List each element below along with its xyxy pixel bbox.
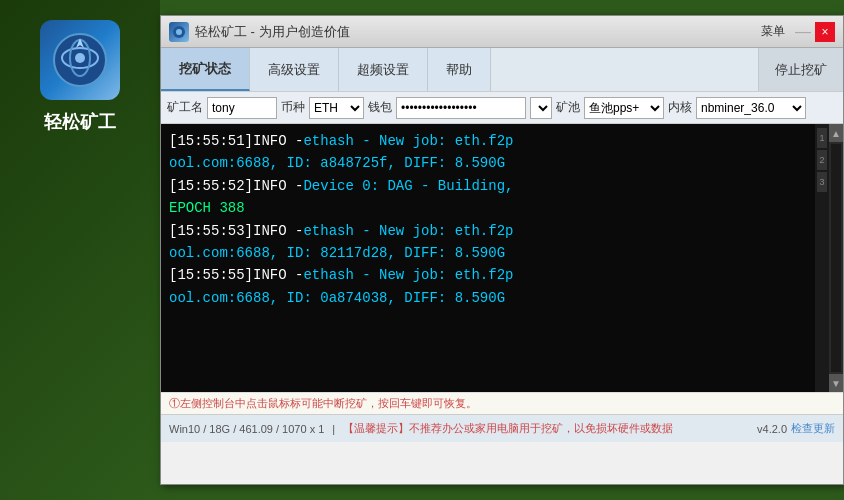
warning-text: 【温馨提示】不推荐办公或家用电脑用于挖矿，以免损坏硬件或数据	[343, 421, 673, 436]
core-label: 内核	[668, 99, 692, 116]
log-line-1: [15:55:51] INFO - ethash - New job: eth.…	[169, 130, 793, 152]
scrollbar-up-button[interactable]: ▲	[829, 124, 843, 142]
core-select[interactable]: nbminer_36.0 nbminer_39.0 lolminer	[696, 97, 806, 119]
super-settings-button[interactable]: 超频设置	[339, 48, 428, 91]
svg-point-6	[176, 29, 182, 35]
main-window: 轻松矿工 - 为用户创造价值 菜单 — × 挖矿状态 高级设置 超频设置 帮助 …	[160, 15, 844, 485]
system-info: Win10 / 18G / 461.09 / 1070 x 1	[169, 423, 324, 435]
menu-button[interactable]: 菜单	[755, 21, 791, 42]
app-icon-panel: 轻松矿工	[0, 0, 160, 500]
window-title: 轻松矿工 - 为用户创造价值	[195, 23, 755, 41]
scrollbar-track	[831, 144, 841, 372]
app-icon-label: 轻松矿工	[44, 110, 116, 134]
close-button[interactable]: ×	[815, 22, 835, 42]
version-label: v4.2.0	[757, 423, 787, 435]
title-controls: 菜单 — ×	[755, 21, 835, 42]
title-separator: —	[795, 23, 811, 41]
svg-point-3	[75, 53, 85, 63]
wallet-input[interactable]	[396, 97, 526, 119]
console-side-panel: 1 2 3	[815, 124, 829, 392]
pool-select[interactable]: 鱼池pps+ 鱼池pplns E池	[584, 97, 664, 119]
side-indicator-3: 3	[817, 172, 827, 192]
log-line-4: [15:55:55] INFO - ethash - New job: eth.…	[169, 264, 793, 286]
mining-status-button[interactable]: 挖矿状态	[161, 48, 250, 91]
log-line-4b: ool.com:6688, ID: 0a874038, DIFF: 8.590G	[169, 287, 793, 309]
console-hint: ①左侧控制台中点击鼠标标可能中断挖矿，按回车键即可恢复。	[169, 396, 477, 411]
advanced-settings-button[interactable]: 高级设置	[250, 48, 339, 91]
app-icon	[40, 20, 120, 100]
status-separator: |	[332, 423, 335, 435]
miner-label: 矿工名	[167, 99, 203, 116]
log-line-2: [15:55:52] INFO - Device 0: DAG - Buildi…	[169, 175, 793, 197]
side-indicator-2: 2	[817, 150, 827, 170]
miner-name-input[interactable]	[207, 97, 277, 119]
status-bar: Win10 / 18G / 461.09 / 1070 x 1 | 【温馨提示】…	[161, 414, 843, 442]
title-bar-icon	[169, 22, 189, 42]
pool-label: 矿池	[556, 99, 580, 116]
coin-select[interactable]: ETH ETC RVN	[309, 97, 364, 119]
toolbar: 挖矿状态 高级设置 超频设置 帮助 停止挖矿	[161, 48, 843, 92]
log-line-3b: ool.com:6688, ID: 82117d28, DIFF: 8.590G	[169, 242, 793, 264]
log-line-2b: EPOCH 388	[169, 197, 793, 219]
side-indicator-1: 1	[817, 128, 827, 148]
form-row: 矿工名 币种 ETH ETC RVN 钱包 矿池 鱼池pps+ 鱼池pplns …	[161, 92, 843, 124]
stop-mining-button[interactable]: 停止挖矿	[758, 48, 843, 91]
wallet-label: 钱包	[368, 99, 392, 116]
console-content: [15:55:51] INFO - ethash - New job: eth.…	[161, 124, 801, 392]
scrollbar-down-button[interactable]: ▼	[829, 374, 843, 392]
console-scrollbar: ▲ ▼	[829, 124, 843, 392]
check-update-button[interactable]: 检查更新	[791, 421, 835, 436]
wallet-select-arrow[interactable]	[530, 97, 552, 119]
bottom-hint-bar: ①左侧控制台中点击鼠标标可能中断挖矿，按回车键即可恢复。	[161, 392, 843, 414]
coin-label: 币种	[281, 99, 305, 116]
title-bar: 轻松矿工 - 为用户创造价值 菜单 — ×	[161, 16, 843, 48]
log-line-1b: ool.com:6688, ID: a848725f, DIFF: 8.590G	[169, 152, 793, 174]
log-line-3: [15:55:53] INFO - ethash - New job: eth.…	[169, 220, 793, 242]
help-button[interactable]: 帮助	[428, 48, 491, 91]
console-area: [15:55:51] INFO - ethash - New job: eth.…	[161, 124, 843, 392]
